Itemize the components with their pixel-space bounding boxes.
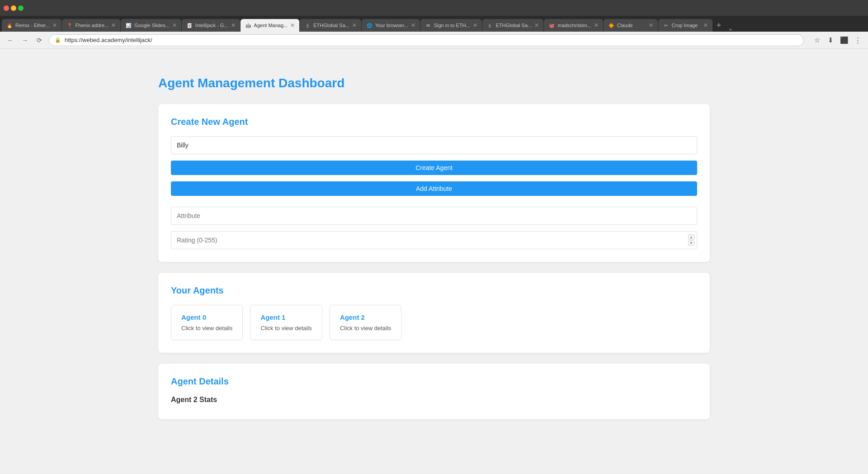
address-bar[interactable]: 🔒 https://webed.academy/intellijack/ [49,34,804,46]
tab-claude[interactable]: 🔶 Claude ✕ [604,19,658,32]
agent-card-sub-0: Click to view details [181,325,232,332]
tab-label-agent-manage: Agent Manag... [254,23,288,28]
tab-fhenix[interactable]: 📍 Fhenix addre... ✕ [62,19,120,32]
tab-label-sign-in: Sign in to ETH... [434,23,470,28]
tab-agent-manage[interactable]: 🤖 Agent Manag... ✕ [241,19,300,32]
tab-browser[interactable]: 🌐 Your browser... ✕ [362,19,420,32]
tab-crop-image[interactable]: ✂ Crop Image ✕ [658,19,712,32]
bookmark-icon[interactable]: ☆ [812,35,822,45]
agent-card-sub-1: Click to view details [260,325,311,332]
tab-favicon-intellijack: 🃏 [186,22,193,28]
tab-list-button[interactable]: ⌄ [725,24,736,32]
rating-up-button[interactable]: ▲ [688,235,694,240]
add-attribute-button[interactable]: Add Attribute [171,181,697,196]
tab-label-browser: Your browser... [375,23,408,28]
tab-slides[interactable]: 📊 Google Slides... ✕ [121,19,181,32]
agent-details-title: Agent Details [171,376,697,387]
tab-label-claude: Claude [617,23,633,28]
tab-label-madschristen: madschristen... [557,23,591,28]
attribute-input[interactable] [171,207,697,225]
agents-grid: Agent 0 Click to view details Agent 1 Cl… [171,305,697,340]
agent-card-2[interactable]: Agent 2 Click to view details [330,305,401,340]
tab-ethglobal2[interactable]: ⟠ ETHGlobal Sa... ✕ [482,19,543,32]
forward-button[interactable]: → [20,35,30,45]
page-title: Agent Management Dashboard [158,76,710,90]
url-display: https://webed.academy/intellijack/ [65,37,152,43]
tab-label-ethglobal2: ETHGlobal Sa... [496,23,532,28]
tab-sign-in[interactable]: ✉ Sign in to ETH... ✕ [420,19,482,32]
rating-spinner: ▲ ▼ [688,235,694,246]
create-agent-card: Create New Agent Create Agent Add Attrib… [158,104,710,262]
tab-close-browser[interactable]: ✕ [411,22,415,28]
tab-favicon-remix: 🔥 [6,22,13,28]
tab-favicon-ethglobal1: ⟠ [304,22,311,28]
create-section-title: Create New Agent [171,117,697,127]
tab-favicon-browser: 🌐 [366,22,373,28]
tab-favicon-crop-image: ✂ [663,22,669,28]
browser-chrome [0,0,868,16]
tab-favicon-madschristen: 🐙 [548,22,555,28]
tab-close-crop-image[interactable]: ✕ [703,22,708,28]
tab-bar: 🔥 Remix - Ether... ✕ 📍 Fhenix addre... ✕… [0,16,868,32]
tab-close-intellijack[interactable]: ✕ [231,22,236,28]
tab-close-fhenix[interactable]: ✕ [111,22,116,28]
agent-card-1[interactable]: Agent 1 Click to view details [250,305,322,340]
maximize-button[interactable] [18,5,24,11]
agent-card-sub-2: Click to view details [340,325,391,332]
tab-close-agent-manage[interactable]: ✕ [290,22,295,28]
toolbar-icons: ☆ ⬇ ⬛ ⋮ [812,35,863,45]
agent-stats-title: Agent 2 Stats [171,396,697,404]
tab-favicon-slides: 📊 [125,22,132,28]
tab-favicon-sign-in: ✉ [425,22,431,28]
tab-label-intellijack: Intellijack - G... [195,23,228,28]
tab-ethglobal1[interactable]: ⟠ ETHGlobal Sa... ✕ [300,19,361,32]
extensions-icon[interactable]: ⬛ [839,35,849,45]
your-agents-card: Your Agents Agent 0 Click to view detail… [158,273,710,353]
rating-input-wrapper: ▲ ▼ [171,231,697,249]
agents-section-title: Your Agents [171,285,697,296]
tab-favicon-fhenix: 📍 [66,22,73,28]
close-button[interactable] [4,5,9,11]
lock-icon: 🔒 [55,37,61,43]
tab-favicon-ethglobal2: ⟠ [487,22,493,28]
tab-close-slides[interactable]: ✕ [172,22,177,28]
new-tab-button[interactable]: + [713,19,725,32]
tab-label-ethglobal1: ETHGlobal Sa... [313,23,349,28]
tab-close-remix[interactable]: ✕ [52,22,57,28]
tab-label-slides: Google Slides... [134,23,170,28]
back-button[interactable]: ← [5,35,15,45]
tab-close-claude[interactable]: ✕ [649,22,653,28]
rating-input[interactable] [171,231,697,249]
agent-card-name-0: Agent 0 [181,313,232,321]
reload-button[interactable]: ⟳ [34,35,44,45]
agent-card-0[interactable]: Agent 0 Click to view details [171,305,243,340]
tab-close-madschristen[interactable]: ✕ [594,22,599,28]
downloads-icon[interactable]: ⬇ [826,35,835,45]
tab-remix[interactable]: 🔥 Remix - Ether... ✕ [2,19,61,32]
tab-favicon-agent-manage: 🤖 [245,22,251,28]
minimize-button[interactable] [11,5,16,11]
tab-favicon-claude: 🔶 [608,22,614,28]
create-agent-button[interactable]: Create Agent [171,161,697,175]
tab-madschristen[interactable]: 🐙 madschristen... ✕ [544,19,603,32]
tab-close-ethglobal2[interactable]: ✕ [534,22,539,28]
tab-label-crop-image: Crop Image [672,23,698,28]
agent-name-input[interactable] [171,136,697,154]
agent-details-card: Agent Details Agent 2 Stats [158,364,710,419]
agent-card-name-2: Agent 2 [340,313,391,321]
tab-label-remix: Remix - Ether... [15,23,50,28]
page-content: Agent Management Dashboard Create New Ag… [0,49,868,474]
action-buttons: Create Agent Add Attribute [171,161,697,200]
rating-down-button[interactable]: ▼ [688,241,694,246]
menu-icon[interactable]: ⋮ [853,35,863,45]
tab-close-sign-in[interactable]: ✕ [473,22,477,28]
tab-close-ethglobal1[interactable]: ✕ [352,22,357,28]
tab-intellijack[interactable]: 🃏 Intellijack - G... ✕ [182,19,240,32]
agent-card-name-1: Agent 1 [260,313,311,321]
address-bar-row: ← → ⟳ 🔒 https://webed.academy/intellijac… [0,32,868,49]
tab-label-fhenix: Fhenix addre... [75,23,108,28]
